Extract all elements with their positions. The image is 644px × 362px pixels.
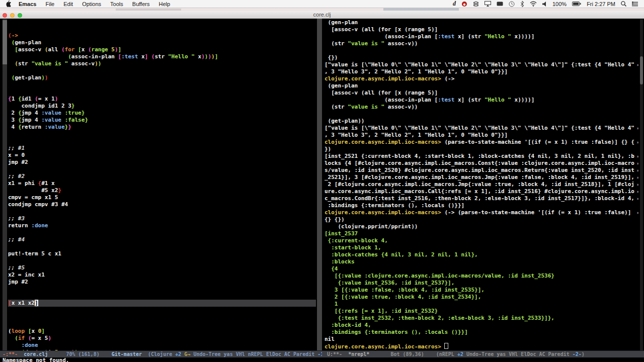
code-line <box>8 314 316 321</box>
code-line: {:current-block 4, <box>325 237 638 244</box>
code-segment: ;; #1 <box>8 145 25 151</box>
code-line: (clojure.pprint/pprint)) <box>325 223 638 230</box>
dash-icon[interactable]: d <box>453 0 456 8</box>
code-line: (str "value is " assoc-v)) <box>325 40 638 47</box>
code-segment: ;; #4 <box>8 236 25 243</box>
code-segment: { <box>18 110 22 116</box>
code-segment: ] <box>118 46 122 53</box>
code-line: clojure.core.async.impl.ioc-macros> (-> <box>325 75 638 82</box>
code-segment: "value is " <box>31 60 68 67</box>
code-segment: 4 <box>8 124 18 130</box>
code-line: condjmp id1 2 3} <box>8 103 316 110</box>
source-buffer[interactable]: (-> (gen-plan [assoc-v (all (for [x (ran… <box>8 18 316 351</box>
code-segment: ) <box>98 60 102 67</box>
code-segment: [ <box>78 46 82 53</box>
code-segment: [ <box>8 300 12 306</box>
menu-item-buffers[interactable]: Buffers <box>132 1 150 7</box>
code-segment: ure.core.async.impl.ioc_macros.Call{:ref… <box>325 188 634 195</box>
code-segment: } <box>85 117 88 123</box>
airplay-icon[interactable] <box>485 1 491 7</box>
code-segment: x <box>138 53 144 60</box>
code-segment: {}) <box>325 54 338 61</box>
left-scrollbar-thumb[interactable] <box>3 20 7 64</box>
code-segment: "Hello " <box>485 33 511 40</box>
code-segment: loop <box>12 328 25 334</box>
code-segment: (get-plan)) <box>325 118 364 124</box>
code-segment <box>8 342 22 348</box>
code-segment: {4 <box>325 265 338 272</box>
left-scrollbar[interactable] <box>3 19 7 351</box>
code-segment: (parse-to-state-machine '[(if (= x 1) :t… <box>444 139 634 145</box>
modeline-repl[interactable]: U:**- *nrepl* Bot (89,36) (nREPL +2 Undo… <box>322 350 644 357</box>
code-segment: +2 <box>457 351 463 357</box>
code-segment: 2 <box>8 110 18 116</box>
code-segment: x <box>31 328 38 334</box>
code-line: (str "value is " assoc-v)) <box>325 104 638 111</box>
timemachine-icon[interactable] <box>509 1 515 7</box>
code-line: :blocks <box>325 258 638 265</box>
menu-item-file[interactable]: File <box>45 1 54 7</box>
code-line: ;; #4 <box>8 236 316 243</box>
code-segment <box>8 39 12 46</box>
code-line: #5 x2} <box>8 187 316 194</box>
battery-percentage: 100% <box>552 1 567 7</box>
modeline-source[interactable]: -:**- core.clj 70% (161,8) Git-master (C… <box>0 350 325 357</box>
code-segment: ( <box>35 96 38 102</box>
window-divider-scrollbar[interactable] <box>317 19 322 357</box>
code-segment: 3 [{:value :false, :block 4, :id inst_25… <box>325 287 485 293</box>
code-line <box>8 243 316 250</box>
menu-item-options[interactable]: Options <box>82 1 101 7</box>
apple-menu-icon[interactable] <box>6 1 12 7</box>
volume-icon[interactable] <box>542 2 547 7</box>
right-scrollbar[interactable] <box>640 19 643 351</box>
code-segment: get-plan <box>15 74 41 81</box>
code-segment: Undo-Tree yas VHl ElDoc AC Paredit <box>463 351 573 357</box>
code-line <box>8 229 316 236</box>
app-red-icon[interactable] <box>461 1 467 7</box>
code-line: [assoc-v (all (for [x (range 5)] <box>325 89 638 97</box>
code-segment: ) <box>48 335 52 341</box>
code-line <box>8 166 316 173</box>
code-segment: str <box>18 60 32 67</box>
code-segment: 3 <box>8 117 18 123</box>
menu-bar-clock[interactable]: Fri 2:27 PM <box>587 1 615 7</box>
code-segment: ( <box>15 60 18 67</box>
wrap-continuation-right-icon: » <box>637 139 638 146</box>
repl-buffer[interactable]: (gen-plan [assoc-v (all (for [x (range 5… <box>325 19 638 351</box>
code-segment: c_macros.CondBr{:test inst_2516, :then-b… <box>325 195 634 202</box>
code-segment: ) <box>211 53 215 60</box>
code-segment: :block-id 4, <box>325 322 371 328</box>
battery-icon[interactable] <box>572 2 581 6</box>
code-segment: :bindings {:terminators (), :locals ()}}… <box>325 202 464 209</box>
right-scrollbar-thumb[interactable] <box>640 56 643 84</box>
code-segment <box>25 335 28 341</box>
code-segment <box>8 60 15 67</box>
wifi-icon[interactable] <box>530 1 537 7</box>
code-line: x = 0 <box>8 152 316 159</box>
code-segment: ) <box>41 74 45 81</box>
code-segment: ( <box>61 46 65 53</box>
bluetooth-icon[interactable] <box>520 1 524 7</box>
spotlight-icon[interactable] <box>621 1 626 7</box>
notification-center-icon[interactable] <box>632 2 638 7</box>
code-line: clojure.core.async.impl.ioc-macros> <box>325 343 638 350</box>
code-segment: 70% (161,8) <box>66 351 99 357</box>
menu-item-edit[interactable]: Edit <box>63 1 73 7</box>
code-line <box>8 286 316 293</box>
menu-item-emacs[interactable]: Emacs <box>19 1 36 7</box>
stack-icon[interactable] <box>473 1 479 7</box>
code-segment: return <box>8 222 31 229</box>
code-segment <box>18 351 24 357</box>
menu-item-help[interactable]: Help <box>158 1 170 7</box>
code-segment: ] <box>41 328 45 334</box>
keyboard-icon[interactable] <box>497 2 503 6</box>
code-line: [{:value :clojure.core.async.impl.ioc-ma… <box>325 273 638 280</box>
code-segment: nil <box>325 336 335 342</box>
code-segment: #5 x2 <box>8 187 58 194</box>
code-segment: "value is " <box>348 40 384 47</box>
code-segment <box>25 328 28 334</box>
code-line: {:value inst_2536, :id inst_2537}], <box>325 280 638 287</box>
code-line: [inst_2521 {:current-block 4, :start-blo… <box>325 153 638 160</box>
menu-item-tools[interactable]: Tools <box>110 1 123 7</box>
code-line: 2 [#clojure.core.async.impl.ioc_macros.J… <box>325 181 638 188</box>
